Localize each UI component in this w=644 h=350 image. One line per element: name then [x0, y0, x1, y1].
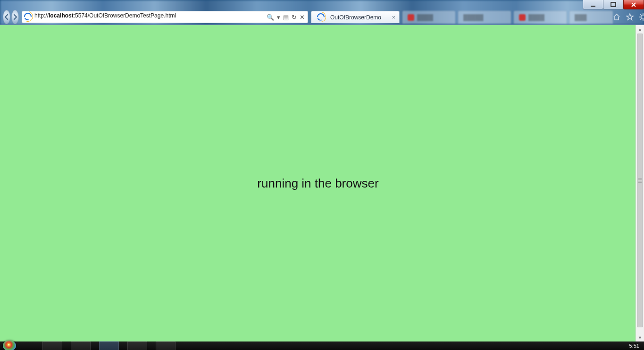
minimize-button[interactable] [583, 0, 603, 9]
taskbar-clock: 5:51 [629, 343, 639, 349]
back-button[interactable] [3, 10, 10, 24]
scroll-up-button[interactable]: ▲ [636, 25, 644, 33]
maximize-icon [611, 2, 616, 8]
url-input[interactable]: http://localhost:5574/OutOfBrowserDemoTe… [34, 12, 264, 22]
taskbar-app[interactable] [71, 341, 91, 350]
close-icon [631, 2, 636, 8]
status-message: running in the browser [257, 176, 378, 191]
windows-taskbar[interactable]: 5:51 [0, 341, 644, 350]
tab-active[interactable]: OutOfBrowserDemo × [311, 11, 400, 23]
favorites-icon[interactable] [626, 13, 634, 21]
tab-inactive[interactable]: ████ [402, 11, 455, 24]
url-host: localhost [49, 12, 74, 19]
url-scheme: http:// [34, 12, 49, 19]
svg-point-2 [641, 15, 644, 19]
tab-title: OutOfBrowserDemo [330, 14, 381, 21]
start-button[interactable] [3, 341, 16, 350]
window-controls [583, 0, 644, 9]
tools-icon[interactable] [639, 13, 644, 21]
tab-inactive[interactable]: ████ [514, 11, 567, 24]
scroll-down-button[interactable]: ▼ [636, 333, 644, 341]
ie-tab-icon [317, 13, 326, 22]
svg-rect-1 [611, 2, 616, 7]
forward-button[interactable] [11, 10, 19, 24]
compatibility-view-icon[interactable]: ▤ [283, 14, 289, 20]
tab-close-button[interactable]: × [392, 14, 395, 21]
maximize-button[interactable] [603, 0, 624, 9]
search-icon[interactable]: 🔍 [267, 14, 274, 20]
taskbar-app[interactable] [156, 341, 176, 350]
refresh-icon[interactable]: ↻ [292, 14, 297, 20]
svg-rect-0 [591, 6, 595, 7]
home-icon[interactable] [613, 13, 620, 21]
minimize-icon [590, 2, 596, 8]
close-button[interactable] [623, 0, 644, 9]
tab-inactive[interactable]: ███ [569, 11, 613, 24]
url-path: :5574/OutOfBrowserDemoTestPage.html [74, 12, 176, 19]
address-bar[interactable]: http://localhost:5574/OutOfBrowserDemoTe… [22, 11, 308, 23]
taskbar-app[interactable] [42, 341, 62, 350]
address-bar-tools: 🔍 ▾ ▤ ↻ ✕ [264, 14, 308, 20]
browser-toolbar: http://localhost:5574/OutOfBrowserDemoTe… [0, 10, 644, 24]
scroll-thumb[interactable] [637, 34, 643, 327]
dropdown-icon[interactable]: ▾ [277, 14, 280, 20]
vertical-scrollbar[interactable]: ▲ ▼ [636, 25, 644, 341]
command-bar [613, 13, 644, 21]
arrow-left-icon [3, 14, 10, 20]
arrow-right-icon [12, 14, 18, 20]
taskbar-app-ie[interactable] [99, 341, 119, 350]
stop-icon[interactable]: ✕ [300, 14, 305, 20]
taskbar-app[interactable] [127, 341, 147, 350]
svg-line-7 [640, 14, 641, 15]
tab-inactive[interactable]: █████ [458, 11, 511, 24]
page-content: running in the browser [0, 25, 636, 341]
ie-page-icon [24, 13, 33, 21]
browser-viewport: running in the browser ▲ ▼ [0, 25, 644, 341]
svg-line-10 [640, 19, 641, 20]
